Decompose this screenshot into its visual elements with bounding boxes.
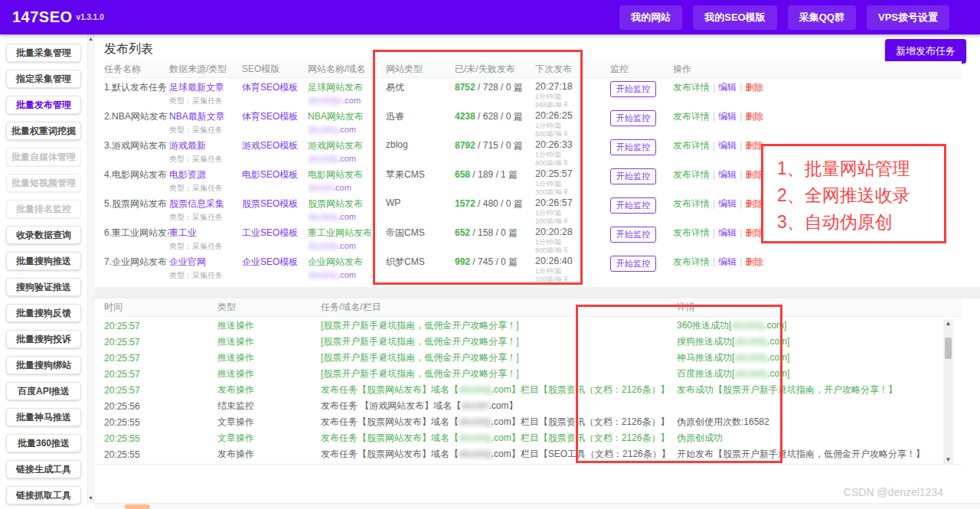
source-link[interactable]: 电影资源 xyxy=(169,168,237,181)
source-link[interactable]: 游戏最新 xyxy=(169,139,237,152)
publish-table-row: 7.企业网站发布企业官网类型：采集任务企业SEO模板企业网站发布abcdefg.… xyxy=(104,253,962,282)
site-name-link[interactable]: 企业网站发布 xyxy=(308,256,381,269)
scroll-down-icon[interactable]: ▼ xyxy=(88,495,93,501)
publish-details-link[interactable]: 发布详情 xyxy=(673,140,710,151)
edit-link[interactable]: 编辑 xyxy=(718,82,737,93)
sidebar-item[interactable]: 搜狗验证推送 xyxy=(6,278,81,296)
delete-link[interactable]: 删除 xyxy=(745,82,763,93)
delete-link[interactable]: 删除 xyxy=(745,256,763,267)
header-nav-item[interactable]: 我的网站 xyxy=(619,5,682,30)
sidebar-item[interactable]: 收录数据查询 xyxy=(6,226,81,244)
start-monitor-button[interactable]: 开始监控 xyxy=(610,197,656,214)
log-detail: 搜狗推送成功[abcdefg.com] xyxy=(677,335,962,348)
template-link[interactable]: 体育SEO模板 xyxy=(242,111,298,122)
sidebar-item[interactable]: 批量搜狗反馈 xyxy=(6,304,81,322)
site-name-link[interactable]: 游戏网站发布 xyxy=(308,139,381,152)
sidebar-item: 批量自媒体管理 xyxy=(6,148,81,166)
log-text: 伪原创成功 xyxy=(677,432,723,443)
edit-link[interactable]: 编辑 xyxy=(718,140,737,151)
source-link[interactable]: NBA最新文章 xyxy=(169,110,237,123)
site-name-link[interactable]: 电影网站发布 xyxy=(308,168,381,181)
next-publish-time: 20:26:33 xyxy=(535,139,606,150)
log-time: 20:25:55 xyxy=(104,417,217,428)
add-publish-task-button[interactable]: 新增发布任务 xyxy=(885,39,966,64)
sidebar-scrollbar[interactable]: ▲ ▼ xyxy=(87,34,94,503)
sidebar-item[interactable]: 批量发布管理 xyxy=(6,96,81,114)
publish-details-link[interactable]: 发布详情 xyxy=(673,111,710,122)
horizontal-scrollbar[interactable] xyxy=(95,503,980,509)
template-link[interactable]: 工业SEO模板 xyxy=(242,227,298,238)
site-name-link[interactable]: NBA网站发布 xyxy=(308,110,381,123)
sidebar-item[interactable]: 批量360推送 xyxy=(6,434,81,452)
publish-details-link[interactable]: 发布详情 xyxy=(673,82,710,93)
template-link[interactable]: 电影SEO模板 xyxy=(242,169,298,180)
monitor-cell: 开始监控 xyxy=(610,81,673,107)
edit-link[interactable]: 编辑 xyxy=(718,111,737,122)
sidebar-item[interactable]: 批量搜狗推送 xyxy=(6,252,81,270)
sidebar-item[interactable]: 百度API推送 xyxy=(6,382,81,400)
edit-link[interactable]: 编辑 xyxy=(718,256,737,267)
site-name-link[interactable]: 重工业网站发布 xyxy=(308,227,381,240)
scroll-up-icon[interactable]: ▲ xyxy=(88,36,93,42)
start-monitor-button[interactable]: 开始监控 xyxy=(610,81,656,97)
sidebar-item[interactable]: 批量搜狗投诉 xyxy=(6,330,81,348)
template-link[interactable]: 体育SEO模板 xyxy=(242,82,298,93)
delete-link[interactable]: 删除 xyxy=(745,111,763,122)
start-monitor-button[interactable]: 开始监控 xyxy=(610,110,656,126)
start-monitor-button[interactable]: 开始监控 xyxy=(610,139,656,155)
source-link[interactable]: 足球最新文章 xyxy=(169,81,237,94)
sidebar-item[interactable]: 指定采集管理 xyxy=(6,70,81,88)
template-link[interactable]: 游戏SEO模板 xyxy=(242,140,298,151)
log-detail: 百度推送成功[abcdefg.com] xyxy=(677,367,962,380)
start-monitor-button[interactable]: 开始监控 xyxy=(610,168,656,184)
section-divider xyxy=(95,287,980,299)
publish-details-link[interactable]: 发布详情 xyxy=(673,256,710,267)
edit-link[interactable]: 编辑 xyxy=(718,227,737,238)
redacted-domain: abcdefg xyxy=(731,320,764,331)
log-text: 开始发布【股票开户新手避坑指南，低佣金开户攻略分享！】 xyxy=(677,449,925,459)
header-nav-item[interactable]: VPS拨号设置 xyxy=(867,5,949,30)
log-time: 20:25:57 xyxy=(104,385,217,396)
seo-template-cell: 股票SEO模板 xyxy=(242,197,308,224)
site-domain: abcdefg.com xyxy=(308,270,381,279)
seo-template-cell: 体育SEO模板 xyxy=(242,81,308,107)
sidebar-item[interactable]: 链接抓取工具 xyxy=(6,486,81,504)
publish-counts: 652 / 158 / 0 篇 xyxy=(455,227,535,253)
log-scrollbar[interactable]: ▲ ▼ xyxy=(943,319,953,465)
log-detail: 开始发布【股票开户新手避坑指南，低佣金开户攻略分享！】 xyxy=(677,448,962,461)
publish-counts: 1572 / 480 / 0 篇 xyxy=(455,197,535,224)
sidebar-item[interactable]: 批量权重词挖掘 xyxy=(6,122,81,140)
edit-link[interactable]: 编辑 xyxy=(718,169,737,180)
log-text: 伪原创使用次数:16582 xyxy=(677,416,769,427)
site-name-link[interactable]: 股票网站发布 xyxy=(308,197,381,210)
horizontal-scrollbar-thumb[interactable] xyxy=(125,504,150,509)
publish-details-link[interactable]: 发布详情 xyxy=(673,198,710,209)
scroll-up-icon[interactable]: ▲ xyxy=(943,320,953,328)
log-task: [股票开户新手避坑指南，低佣金开户攻略分享！] xyxy=(321,335,677,348)
scroll-down-icon[interactable]: ▼ xyxy=(943,456,953,464)
sidebar-item[interactable]: 批量搜狗绑站 xyxy=(6,356,81,374)
site-domain: abcdef.com xyxy=(308,183,381,192)
sidebar-item[interactable]: 链接生成工具 xyxy=(6,460,81,478)
next-publish-time: 20:26:57 xyxy=(535,197,606,208)
monitor-cell: 开始监控 xyxy=(610,256,673,282)
redacted-domain: abcdef xyxy=(461,400,488,411)
sidebar-item[interactable]: 批量采集管理 xyxy=(6,44,81,62)
log-scrollbar-thumb[interactable] xyxy=(945,338,952,359)
edit-link[interactable]: 编辑 xyxy=(718,198,737,209)
publish-details-link[interactable]: 发布详情 xyxy=(673,227,710,238)
source-link[interactable]: 股票信息采集 xyxy=(169,197,237,210)
header-nav-item[interactable]: 采集QQ群 xyxy=(788,5,856,30)
top-header-bar: 147SEO v1.3.1.0 我的网站我的SEO模版采集QQ群VPS拨号设置 xyxy=(0,0,980,34)
site-name-link[interactable]: 足球网站发布 xyxy=(308,81,381,94)
redacted-domain: abcdefg xyxy=(459,449,492,459)
source-link[interactable]: 企业官网 xyxy=(169,256,237,269)
start-monitor-button[interactable]: 开始监控 xyxy=(610,227,656,243)
start-monitor-button[interactable]: 开始监控 xyxy=(610,256,656,272)
publish-details-link[interactable]: 发布详情 xyxy=(673,169,710,180)
sidebar-item[interactable]: 批量神马推送 xyxy=(6,408,81,426)
header-nav-item[interactable]: 我的SEO模版 xyxy=(693,5,776,30)
template-link[interactable]: 企业SEO模板 xyxy=(242,256,298,267)
template-link[interactable]: 股票SEO模板 xyxy=(242,198,298,209)
source-link[interactable]: 重工业 xyxy=(169,227,237,240)
